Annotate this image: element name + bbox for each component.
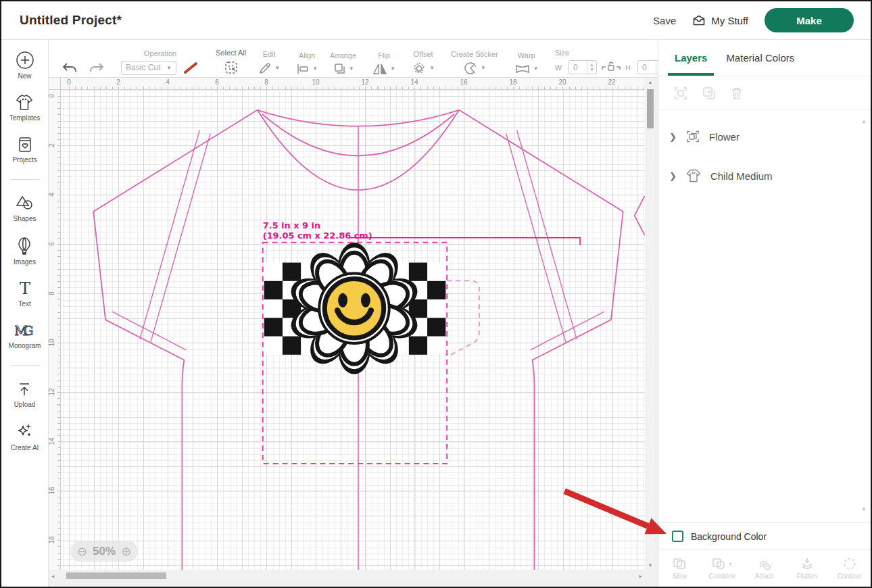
undo-button[interactable] — [62, 62, 78, 75]
warp-icon — [514, 63, 531, 75]
edit-button[interactable]: ▼ — [258, 62, 280, 75]
sidebar-item-create-ai[interactable]: Create AI — [11, 422, 39, 451]
offset-label: Offset — [414, 50, 433, 58]
adjacent-piece-edge — [635, 196, 645, 235]
vertical-scroll-thumb[interactable] — [647, 89, 654, 128]
lock-open-icon[interactable] — [601, 60, 621, 75]
canvas-grid[interactable]: 7.5 in x 9 in (19.05 cm x 22.86 cm) — [61, 90, 645, 570]
panel-bottom-actions: Slice ▼ Combine Attach Flatten Contour — [658, 549, 871, 587]
panel-scroll-down-icon[interactable]: ▼ — [861, 506, 867, 512]
duplicate-button[interactable] — [702, 86, 717, 101]
sticker-icon — [463, 62, 478, 75]
top-bar: Untitled Project* Save My Stuff Make — [1, 1, 871, 40]
flower-design[interactable] — [264, 243, 446, 374]
chevron-down-icon: ▼ — [429, 65, 435, 71]
project-title[interactable]: Untitled Project* — [20, 13, 122, 28]
align-icon — [296, 63, 310, 75]
chevron-right-icon[interactable]: ❯ — [669, 171, 677, 181]
redo-button[interactable] — [89, 62, 105, 75]
arrange-button[interactable]: ▼ — [333, 63, 354, 75]
sidebar-item-shapes[interactable]: Shapes — [14, 195, 37, 222]
combine-button[interactable]: ▼ Combine — [701, 550, 744, 587]
horizontal-scrollbar[interactable]: ◄ ► — [49, 571, 645, 581]
canvas-scene: 7.5 in x 9 in (19.05 cm x 22.86 cm) — [61, 90, 645, 570]
sidebar-divider — [10, 179, 40, 180]
panel-tabs: Layers Material Colors — [658, 40, 871, 76]
select-all-button[interactable] — [224, 60, 239, 75]
chevron-right-icon[interactable]: ❯ — [669, 132, 677, 142]
layers-panel: Layers Material Colors ▲ ❯ Flower ❯ Chil… — [658, 40, 871, 587]
operation-dropdown[interactable]: Basic Cut ▼ — [121, 61, 176, 75]
pencil-icon — [258, 62, 272, 75]
red-line-icon — [183, 61, 199, 75]
width-stepper[interactable]: ▲▼ — [587, 61, 596, 74]
layer-action-icons — [658, 76, 871, 110]
offset-button[interactable]: ▼ — [412, 62, 435, 75]
sidebar-item-templates[interactable]: Templates — [9, 94, 41, 122]
project-card-icon — [17, 136, 33, 153]
zoom-in-button[interactable]: ⊕ — [121, 545, 131, 558]
zoom-level: 50% — [93, 545, 116, 558]
flatten-icon — [800, 557, 815, 570]
group-button[interactable] — [673, 86, 688, 101]
panel-scroll-up-icon[interactable]: ▲ — [861, 118, 867, 124]
delete-button[interactable] — [730, 86, 744, 101]
sidebar-item-upload[interactable]: Upload — [14, 381, 36, 408]
contour-icon — [842, 557, 857, 570]
offset-icon — [412, 62, 427, 75]
vertical-scrollbar[interactable]: ▲ ▼ — [646, 78, 655, 570]
scroll-left-icon[interactable]: ◄ — [49, 574, 57, 579]
flip-icon — [372, 63, 387, 75]
svg-text:T: T — [19, 280, 30, 297]
chevron-down-icon: ▼ — [166, 65, 172, 71]
flatten-button[interactable]: Flatten — [785, 550, 828, 587]
tab-material-colors[interactable]: Material Colors — [717, 40, 804, 76]
layer-row-child-medium[interactable]: ❯ Child Medium — [658, 156, 871, 195]
height-value[interactable] — [638, 63, 656, 72]
layer-name: Flower — [709, 131, 740, 143]
sidebar-item-images[interactable]: Images — [14, 237, 36, 266]
align-button[interactable]: ▼ — [296, 63, 318, 75]
sidebar-item-text[interactable]: T Text — [16, 280, 34, 308]
width-value[interactable] — [569, 63, 587, 72]
width-input[interactable]: ▲▼ — [568, 60, 597, 74]
sidebar-item-projects[interactable]: Projects — [12, 136, 37, 164]
flip-button[interactable]: ▼ — [372, 63, 395, 75]
my-stuff-button[interactable]: My Stuff — [692, 14, 748, 26]
layer-name: Child Medium — [710, 170, 773, 182]
horizontal-scroll-thumb[interactable] — [66, 572, 166, 579]
scroll-right-icon[interactable]: ► — [637, 574, 645, 579]
make-button[interactable]: Make — [765, 8, 854, 32]
workspace: Operation Basic Cut ▼ Select All — [49, 40, 658, 587]
design-canvas[interactable]: 02 46 810 1214 1618 2022 02 46 810 1214 … — [49, 78, 658, 587]
smiley-eye-right — [361, 293, 370, 308]
operation-color-swatch[interactable] — [182, 61, 199, 75]
create-sticker-label: Create Sticker — [451, 50, 498, 58]
zoom-out-button[interactable]: ⊖ — [77, 545, 87, 558]
monogram-icon: MG — [15, 322, 35, 339]
slice-button[interactable]: Slice — [658, 550, 701, 587]
contour-button[interactable]: Contour — [828, 550, 871, 587]
width-label: W — [555, 64, 562, 72]
layer-row-flower[interactable]: ❯ Flower — [658, 117, 871, 156]
select-all-label: Select All — [216, 49, 246, 57]
attach-button[interactable]: Attach — [744, 550, 786, 587]
selection-size-cm: (19.05 cm x 22.86 cm) — [263, 230, 372, 241]
tab-layers[interactable]: Layers — [665, 40, 717, 76]
arrange-icon — [333, 63, 346, 75]
tshirt-icon — [15, 94, 34, 112]
scroll-up-icon[interactable]: ▲ — [646, 80, 655, 84]
chevron-down-icon: ▼ — [390, 66, 395, 72]
background-color-checkbox[interactable] — [672, 531, 683, 542]
save-button[interactable]: Save — [653, 15, 676, 26]
sidebar-item-new[interactable]: New — [16, 51, 34, 80]
arrange-label: Arrange — [330, 51, 356, 59]
operation-label: Operation — [144, 49, 176, 57]
warp-button[interactable]: ▼ — [514, 63, 539, 75]
smiley-face — [324, 278, 384, 338]
sidebar-item-monogram[interactable]: MG Monogram — [9, 322, 41, 349]
sparkles-icon — [15, 422, 34, 441]
scroll-down-icon[interactable]: ▼ — [646, 563, 655, 568]
warp-label: Warp — [518, 51, 535, 59]
create-sticker-button[interactable]: ▼ — [463, 62, 486, 75]
